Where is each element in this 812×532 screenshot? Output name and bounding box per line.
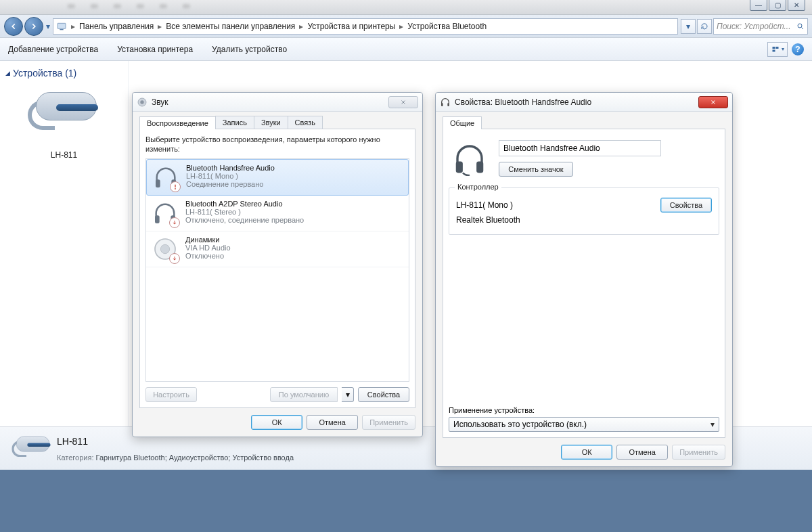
sound-dialog-close-button[interactable] (388, 96, 418, 108)
group-header-devices[interactable]: ◢ Устройства (1) (5, 68, 122, 79)
device-title: Bluetooth A2DP Stereo Audio (185, 200, 304, 208)
device-item-handsfree[interactable]: Bluetooth Handsfree Audio LH-811( Mono )… (146, 159, 409, 196)
svg-rect-16 (447, 103, 449, 106)
location-dropdown-button[interactable]: ▾ (681, 19, 696, 34)
set-default-button[interactable]: По умолчанию (270, 387, 338, 402)
properties-dialog-titlebar[interactable]: Свойства: Bluetooth Handsfree Audio (436, 93, 732, 112)
controller-line1: LH-811( Mono ) (456, 200, 513, 210)
usage-combobox[interactable]: Использовать это устройство (вкл.) ▾ (449, 417, 719, 432)
navigation-bar: ▾ ▸ Панель управления ▸ Все элементы пан… (0, 15, 812, 38)
window-minimize-button[interactable]: — (750, 0, 767, 11)
view-options-button[interactable]: ▾ (767, 42, 788, 57)
ok-button[interactable]: ОК (561, 445, 612, 460)
crumb-control-panel[interactable]: Панель управления (76, 22, 156, 31)
sound-dialog-titlebar[interactable]: Звук (133, 93, 422, 112)
svg-rect-8 (156, 179, 160, 187)
forward-button[interactable] (24, 17, 43, 36)
details-thumbnail (9, 433, 47, 465)
set-default-dropdown[interactable]: ▾ (342, 387, 354, 402)
tab-sounds[interactable]: Звуки (254, 116, 288, 129)
usage-label: Применение устройства: (449, 406, 719, 414)
device-name-field[interactable]: Bluetooth Handsfree Audio (499, 140, 661, 156)
properties-dialog-close-button[interactable] (698, 96, 728, 108)
device-item-a2dp[interactable]: Bluetooth A2DP Stereo Audio LH-811( Ster… (146, 196, 409, 231)
refresh-button[interactable] (697, 19, 712, 34)
cmd-install-printer[interactable]: Установка принтера (117, 45, 193, 54)
svg-rect-17 (456, 162, 463, 173)
svg-rect-15 (441, 103, 443, 106)
bluetooth-headset-icon (24, 85, 105, 146)
cmd-add-device[interactable]: Добавление устройства (8, 45, 98, 54)
ok-button[interactable]: ОК (251, 415, 302, 430)
svg-point-10 (175, 188, 176, 190)
breadcrumb[interactable]: ▸ Панель управления ▸ Все элементы панел… (53, 18, 678, 35)
svg-point-7 (140, 100, 143, 104)
crumb-devices-printers[interactable]: Устройства и принтеры (304, 22, 398, 31)
crumb-bluetooth-devices[interactable]: Устройства Bluetooth (405, 22, 489, 31)
computer-icon (56, 21, 67, 32)
change-icon-button[interactable]: Сменить значок (499, 162, 573, 177)
tab-communications[interactable]: Связь (288, 116, 323, 129)
down-badge-icon (169, 253, 180, 264)
svg-point-14 (160, 244, 169, 253)
device-title: Динамики (185, 236, 231, 244)
properties-dialog: Свойства: Bluetooth Handsfree Audio Общи… (435, 92, 733, 467)
device-name: LH-811 (17, 150, 112, 160)
headset-small-icon (440, 97, 451, 108)
help-icon[interactable]: ? (792, 43, 804, 56)
playback-device-list[interactable]: Bluetooth Handsfree Audio LH-811( Mono )… (145, 158, 409, 382)
device-status: Отключено, соединение прервано (185, 216, 304, 224)
device-subtitle: LH-811( Stereo ) (185, 208, 304, 216)
device-status: Соединение прервано (186, 180, 275, 188)
svg-rect-3 (773, 47, 775, 49)
search-placeholder: Поиск: Устройст... (717, 22, 791, 31)
device-status: Отключено (185, 252, 231, 260)
controller-properties-button[interactable]: Свойства (660, 198, 712, 213)
command-bar: Добавление устройства Установка принтера… (0, 38, 812, 61)
properties-dialog-title: Свойства: Bluetooth Handsfree Audio (455, 97, 591, 107)
history-dropdown-icon[interactable]: ▾ (46, 22, 50, 31)
tab-general[interactable]: Общие (443, 116, 482, 129)
tab-playback[interactable]: Воспроизведение (139, 116, 216, 129)
device-pane: ◢ Устройства (1) LH-811 (0, 61, 129, 470)
usage-value: Использовать это устройство (вкл.) (453, 420, 587, 429)
collapse-icon: ◢ (5, 70, 10, 76)
cmd-remove-device[interactable]: Удалить устройство (212, 45, 287, 54)
apply-button[interactable]: Применить (362, 415, 415, 430)
sound-dialog: Звук Воспроизведение Запись Звуки Связь … (132, 92, 423, 437)
sound-icon (137, 97, 148, 108)
svg-rect-5 (773, 49, 775, 51)
window-titlebar-background: ▭▭▭▭▭▭ — ▢ ✕ (0, 0, 812, 15)
svg-rect-11 (155, 215, 160, 223)
controller-fieldset: Контроллер LH-811( Mono ) Свойства Realt… (449, 187, 719, 235)
search-icon (796, 22, 805, 30)
svg-rect-4 (776, 47, 779, 49)
svg-rect-18 (476, 162, 483, 173)
group-label: Устройства (1) (13, 68, 76, 79)
details-name: LH-811 (57, 436, 294, 447)
controller-line2: Realtek Bluetooth (456, 215, 520, 225)
device-title: Bluetooth Handsfree Audio (186, 164, 275, 172)
properties-button[interactable]: Свойства (358, 387, 409, 402)
configure-button[interactable]: Настроить (145, 387, 197, 402)
controller-legend: Контроллер (455, 183, 501, 191)
device-subtitle: VIA HD Audio (185, 244, 231, 252)
window-maximize-button[interactable]: ▢ (769, 0, 786, 11)
tab-recording[interactable]: Запись (215, 116, 254, 129)
cancel-button[interactable]: Отмена (307, 415, 358, 430)
svg-rect-1 (60, 29, 63, 30)
sound-tabs: Воспроизведение Запись Звуки Связь (139, 116, 415, 129)
apply-button[interactable]: Применить (672, 445, 725, 460)
cancel-button[interactable]: Отмена (616, 445, 668, 460)
svg-rect-0 (58, 23, 66, 28)
sound-dialog-title: Звук (152, 97, 168, 107)
device-tile[interactable]: LH-811 (17, 85, 112, 160)
crumb-all-items[interactable]: Все элементы панели управления (163, 22, 298, 31)
details-category-label: Категория: (57, 453, 93, 462)
svg-point-2 (798, 24, 802, 28)
search-input[interactable]: Поиск: Устройст... (713, 18, 808, 35)
back-button[interactable] (4, 17, 23, 36)
window-close-button[interactable]: ✕ (788, 0, 805, 11)
device-item-speakers[interactable]: Динамики VIA HD Audio Отключено (146, 231, 409, 267)
details-category-value: Гарнитура Bluetooth; Аудиоустройство; Ус… (96, 453, 294, 462)
